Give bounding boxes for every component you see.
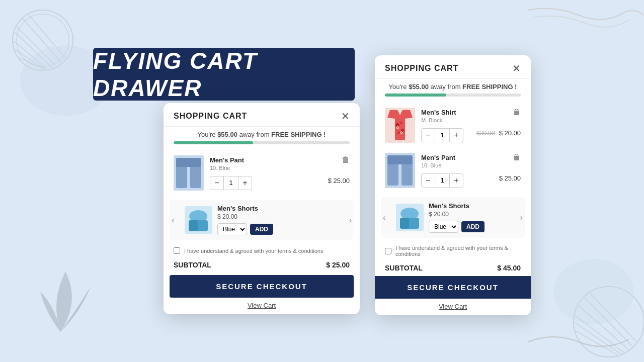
- svg-line-15: [564, 307, 636, 362]
- close-button-large[interactable]: ✕: [512, 63, 521, 73]
- cart-item-pant-large: Men's Pant 10. Blue − + $ 25.00 🗑: [375, 148, 531, 193]
- svg-line-6: [10, 28, 65, 80]
- upsell-arrow-right-large[interactable]: ›: [520, 213, 523, 222]
- checkout-button-large[interactable]: SECURE CHECKOUT: [375, 276, 531, 299]
- upsell-price-large: $ 20.00: [429, 211, 510, 218]
- item-price-pant-large: $ 25.00: [499, 174, 521, 182]
- cart-items-large: ✿ ✿ Men's Shirt M. Block − + $30.00 $ 20…: [375, 99, 531, 197]
- item-image-pant-small: [174, 155, 204, 191]
- qty-control-pant-large: − +: [421, 173, 463, 188]
- qty-increase-pant-large[interactable]: +: [450, 174, 463, 187]
- upsell-add-button-large[interactable]: ADD: [461, 221, 485, 232]
- qty-input-shirt-large[interactable]: [435, 129, 450, 142]
- progress-bar-bg-large: [385, 94, 521, 97]
- svg-point-19: [553, 259, 634, 324]
- upsell-add-button-small[interactable]: ADD: [250, 224, 273, 235]
- cart-title-small: SHOPPING CART: [174, 112, 247, 121]
- item-price-row-shirt: $30.00 $ 20.00: [476, 129, 521, 137]
- upsell-name-small: Men's Shorts: [217, 205, 339, 212]
- upsell-inner-large: Men's Shorts $ 20.00 Blue Red ADD: [396, 202, 510, 233]
- svg-line-4: [23, 8, 78, 73]
- svg-line-3: [15, 10, 73, 75]
- svg-point-2: [14, 11, 72, 69]
- upsell-color-select-large[interactable]: Blue Red: [429, 221, 458, 233]
- upsell-info-small: Men's Shorts $ 20.00 Blue Red ADD: [217, 205, 339, 235]
- shipping-text-small: You're $55.00 away from FREE SHIPPING !: [174, 131, 350, 138]
- svg-point-1: [17, 14, 69, 66]
- subtotal-row-small: SUBTOTAL $ 25.00: [164, 257, 360, 273]
- upsell-arrow-left-large[interactable]: ‹: [383, 213, 385, 222]
- delete-shirt-large[interactable]: 🗑: [513, 108, 521, 117]
- progress-bar-fill-small: [174, 141, 253, 144]
- subtotal-value-small: $ 25.00: [326, 261, 350, 269]
- qty-input-pant-large[interactable]: [435, 174, 450, 187]
- upsell-section-large: ‹ Men's Shorts $ 20.00 Blue Red: [381, 197, 525, 238]
- upsell-color-select-small[interactable]: Blue Red: [217, 223, 247, 235]
- upsell-arrow-left-small[interactable]: ‹: [172, 216, 174, 225]
- subtotal-row-large: SUBTOTAL $ 45.00: [375, 260, 531, 276]
- item-price-pant-small: $ 25.00: [328, 177, 350, 185]
- upsell-image-large: [396, 204, 424, 231]
- subtotal-value-large: $ 45.00: [497, 264, 521, 272]
- qty-control-pant-small: − +: [210, 176, 252, 190]
- progress-bar-fill-large: [385, 94, 446, 97]
- view-cart-link-large[interactable]: View Cart: [375, 303, 531, 310]
- item-bottom-row-pant: − + $ 25.00: [421, 169, 521, 188]
- cart-item-shirt-large: ✿ ✿ Men's Shirt M. Block − + $30.00 $ 20…: [375, 103, 531, 148]
- terms-row-small: I have understand & agreed with your ter…: [164, 244, 360, 257]
- svg-point-10: [574, 287, 644, 357]
- terms-row-large: I have understand & agreed with your ter…: [375, 242, 531, 260]
- shipping-bar-small: You're $55.00 away from FREE SHIPPING !: [164, 127, 360, 146]
- svg-line-7: [10, 38, 60, 80]
- shipping-text-large: You're $55.00 away from FREE SHIPPING !: [385, 83, 521, 90]
- view-cart-link-small[interactable]: View Cart: [164, 302, 360, 309]
- svg-text:✿: ✿: [400, 131, 403, 134]
- terms-checkbox-small[interactable]: [174, 247, 180, 254]
- terms-checkbox-large[interactable]: [385, 248, 391, 254]
- upsell-section-small: ‹ Men's Shorts $ 20.00 Blue Red: [170, 200, 354, 240]
- svg-line-8: [13, 48, 58, 78]
- svg-line-9: [16, 56, 55, 74]
- item-variant-pant-small: 10. Blue: [210, 165, 350, 171]
- checkout-button-small[interactable]: SECURE CHECKOUT: [170, 275, 354, 298]
- close-button-small[interactable]: ✕: [341, 111, 350, 121]
- svg-rect-27: [189, 220, 198, 231]
- upsell-inner-small: Men's Shorts $ 20.00 Blue Red ADD: [185, 205, 339, 235]
- item-old-price-shirt-large: $30.00: [476, 130, 495, 137]
- svg-line-13: [584, 287, 644, 352]
- svg-rect-43: [400, 218, 409, 229]
- cart-item-pant-small: Men's Pant 10. Blue − + $ 25.00 🗑: [164, 150, 360, 196]
- svg-rect-23: [176, 158, 201, 167]
- qty-decrease-pant-small[interactable]: −: [210, 176, 223, 190]
- qty-decrease-shirt-large[interactable]: −: [422, 129, 435, 142]
- delete-pant-small[interactable]: 🗑: [342, 155, 350, 164]
- header-banner: FLYING CART DRAWER: [93, 48, 355, 101]
- cart-items-small: Men's Pant 10. Blue − + $ 25.00 🗑: [164, 146, 360, 200]
- upsell-controls-large: Blue Red ADD: [429, 221, 510, 233]
- item-variant-pant-large: 10. Blue: [421, 162, 521, 168]
- qty-increase-shirt-large[interactable]: +: [450, 129, 463, 142]
- qty-input-pant-small[interactable]: [223, 176, 238, 190]
- svg-point-33: [400, 122, 403, 124]
- svg-text:✿: ✿: [396, 125, 399, 130]
- cart-header-small: SHOPPING CART ✕: [164, 103, 360, 127]
- upsell-price-small: $ 20.00: [217, 213, 339, 220]
- upsell-image-small: [185, 206, 212, 234]
- upsell-arrow-right-small[interactable]: ›: [349, 216, 352, 225]
- item-image-shirt-large: ✿ ✿: [385, 108, 415, 143]
- upsell-controls-small: Blue Red ADD: [217, 223, 339, 235]
- progress-bar-bg-small: [174, 141, 350, 144]
- svg-point-0: [13, 10, 73, 70]
- item-price-shirt-large: $ 20.00: [499, 129, 521, 137]
- item-name-pant-large: Men's Pant: [421, 154, 521, 161]
- cart-header-large: SHOPPING CART ✕: [375, 55, 531, 79]
- delete-pant-large[interactable]: 🗑: [513, 153, 521, 162]
- item-name-pant-small: Men's Pant: [210, 156, 350, 164]
- qty-decrease-pant-large[interactable]: −: [422, 174, 435, 187]
- svg-line-16: [566, 317, 633, 362]
- svg-rect-39: [387, 155, 413, 164]
- qty-control-shirt-large: − +: [421, 128, 463, 142]
- item-info-shirt-large: Men's Shirt M. Block − + $30.00 $ 20.00: [421, 109, 521, 142]
- item-bottom-row-pant-small: − + $ 25.00: [210, 172, 350, 190]
- qty-increase-pant-small[interactable]: +: [238, 176, 252, 190]
